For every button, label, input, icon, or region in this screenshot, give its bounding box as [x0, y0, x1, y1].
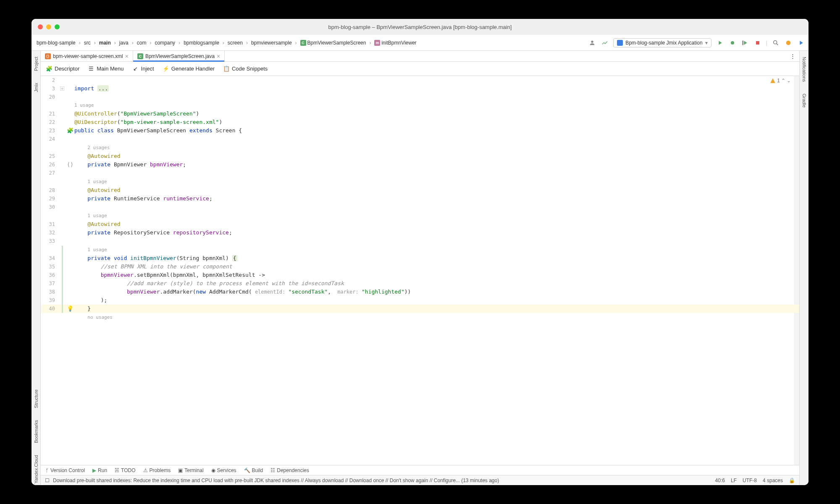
bookmarks-tool-window-tab[interactable]: Bookmarks — [33, 418, 39, 445]
menu-icon: ☰ — [88, 66, 94, 72]
caret-position[interactable]: 40:6 — [715, 478, 725, 483]
jmix-icon — [617, 40, 623, 46]
gradle-tool-window-tab[interactable]: Gradle — [801, 92, 808, 109]
chevron-right-icon: › — [150, 40, 151, 46]
hammer-icon: 🔨 — [244, 467, 250, 473]
lock-icon[interactable]: 🔒 — [789, 478, 795, 483]
tab-options-icon[interactable]: ⋮ — [788, 52, 797, 60]
terminal-tab[interactable]: ▣Terminal — [178, 467, 203, 473]
run-button[interactable] — [716, 39, 724, 47]
version-control-tab[interactable]: ᚶVersion Control — [46, 467, 85, 473]
run-config-selector[interactable]: Bpm-blog-sample Jmix Application ▾ — [613, 38, 711, 47]
snippets-icon: 📋 — [223, 66, 230, 72]
chevron-right-icon: › — [79, 40, 81, 46]
build-tab[interactable]: 🔨Build — [244, 467, 263, 473]
fold-expand-icon[interactable] — [60, 87, 64, 91]
code-content[interactable]: 2 3import ... 20 1 usage 21@UiController… — [41, 76, 799, 465]
file-encoding[interactable]: UTF-8 — [743, 478, 757, 483]
intention-bulb-icon[interactable]: 💡 — [66, 304, 74, 313]
run-config-label: Bpm-blog-sample Jmix Application — [625, 40, 702, 46]
descriptor-action[interactable]: 🧩Descriptor — [46, 66, 79, 72]
minimize-window-button[interactable] — [46, 24, 51, 29]
breadcrumb-item[interactable]: main — [97, 39, 113, 47]
dependencies-tab[interactable]: ☷Dependencies — [270, 467, 309, 473]
chevron-right-icon: › — [114, 40, 116, 46]
svg-point-2 — [731, 41, 734, 45]
stop-button[interactable] — [753, 39, 762, 47]
breadcrumb-label: bpm-blog-sample — [37, 40, 76, 46]
problems-tab[interactable]: ⚠Problems — [143, 467, 171, 473]
code-editor[interactable]: 1 ⌃ ⌄ 2 3import ... 20 1 usage 21@UiCont… — [41, 76, 799, 465]
inject-action[interactable]: ↙Inject — [132, 66, 154, 72]
right-tool-window-bar: Notifications Gradle — [799, 51, 808, 485]
breadcrumb: bpm-blog-sample › src › main › java › co… — [35, 39, 418, 47]
generate-handler-action[interactable]: ⚡Generate Handler — [163, 66, 215, 72]
gutter-navigate-icon[interactable]: ⟨⟩ — [66, 160, 74, 169]
titlebar: bpm-blog-sample – BpmViewerSampleScreen.… — [32, 19, 808, 35]
notifications-tool-window-tab[interactable]: Notifications — [801, 55, 808, 84]
build-icon[interactable] — [601, 39, 609, 47]
close-tab-button[interactable]: × — [217, 53, 220, 60]
breadcrumb-method[interactable]: minitBpmnViewer — [373, 39, 418, 47]
gutter-descriptor-icon[interactable]: 🧩 — [66, 126, 74, 135]
services-tab[interactable]: ◉Services — [211, 467, 236, 473]
breadcrumb-item[interactable]: screen — [226, 39, 244, 47]
services-icon: ◉ — [211, 467, 215, 473]
ide-updates-icon[interactable] — [797, 39, 805, 47]
structure-tool-window-tab[interactable]: Structure — [33, 388, 39, 410]
indent-setting[interactable]: 4 spaces — [763, 478, 783, 483]
play-icon: ▶ — [92, 467, 96, 473]
todo-tab[interactable]: ☵TODO — [115, 467, 135, 473]
svg-point-0 — [591, 40, 593, 42]
lightning-icon: ⚡ — [163, 66, 169, 72]
editor-tab-java[interactable]: C BpmViewerSampleScreen.java × — [133, 51, 225, 61]
run-with-coverage-button[interactable] — [741, 39, 749, 47]
breadcrumb-root[interactable]: bpm-blog-sample — [35, 39, 77, 47]
main-menu-action[interactable]: ☰Main Menu — [88, 66, 123, 72]
search-icon[interactable] — [772, 39, 780, 47]
close-window-button[interactable] — [38, 24, 43, 29]
breadcrumb-item[interactable]: src — [82, 39, 92, 47]
editor-tab-xml[interactable]: ⟨⟩ bpm-viewer-sample-screen.xml × — [41, 51, 133, 61]
toolbar-right: Bpm-blog-sample Jmix Application ▾ | — [588, 38, 805, 47]
jmix-tool-window-tab[interactable]: Jmix — [33, 81, 39, 94]
breadcrumb-item[interactable]: bpmviewersample — [249, 39, 294, 47]
close-tab-button[interactable]: × — [125, 53, 129, 60]
main-area: Project Jmix Structure Bookmarks Yandex.… — [32, 51, 808, 485]
status-message[interactable]: Download pre-built shared indexes: Reduc… — [53, 478, 499, 483]
jmix-actions-panel: 🧩Descriptor ☰Main Menu ↙Inject ⚡Generate… — [41, 62, 799, 76]
svg-point-7 — [786, 40, 791, 45]
breadcrumb-class[interactable]: CBpmViewerSampleScreen — [299, 39, 368, 47]
xml-file-icon: ⟨⟩ — [45, 53, 51, 59]
ide-window: bpm-blog-sample – BpmViewerSampleScreen.… — [32, 19, 808, 485]
breadcrumb-item[interactable]: java — [118, 39, 130, 47]
sync-icon[interactable] — [784, 39, 793, 47]
svg-rect-1 — [617, 40, 623, 46]
zoom-window-button[interactable] — [55, 24, 60, 29]
inject-icon: ↙ — [132, 66, 139, 72]
project-tool-window-tab[interactable]: Project — [33, 55, 39, 73]
window-title: bpm-blog-sample – BpmViewerSampleScreen.… — [328, 24, 512, 30]
line-separator[interactable]: LF — [731, 478, 737, 483]
chevron-right-icon: › — [132, 40, 134, 46]
breadcrumb-item[interactable]: com — [135, 39, 148, 47]
separator: | — [766, 39, 767, 46]
user-icon[interactable] — [588, 39, 596, 47]
run-tab[interactable]: ▶Run — [92, 467, 107, 473]
svg-line-6 — [777, 44, 778, 45]
dependencies-icon: ☷ — [270, 467, 275, 473]
svg-rect-3 — [742, 40, 743, 45]
debug-button[interactable] — [728, 39, 737, 47]
vcs-change-marker[interactable] — [62, 246, 63, 254]
breadcrumb-item[interactable]: bpmblogsample — [182, 39, 221, 47]
chevron-down-icon: ▾ — [705, 40, 708, 46]
breadcrumb-item[interactable]: company — [153, 39, 177, 47]
status-icon[interactable]: ☐ — [45, 478, 50, 483]
yandex-cloud-tool-window-tab[interactable]: Yandex.Cloud — [33, 453, 39, 485]
java-class-icon: C — [137, 53, 143, 59]
code-snippets-action[interactable]: 📋Code Snippets — [223, 66, 268, 72]
navigation-bar: bpm-blog-sample › src › main › java › co… — [32, 35, 808, 51]
editor-column: ⟨⟩ bpm-viewer-sample-screen.xml × C BpmV… — [41, 51, 799, 485]
left-tool-window-bar: Project Jmix Structure Bookmarks Yandex.… — [32, 51, 41, 485]
todo-icon: ☵ — [115, 467, 119, 473]
